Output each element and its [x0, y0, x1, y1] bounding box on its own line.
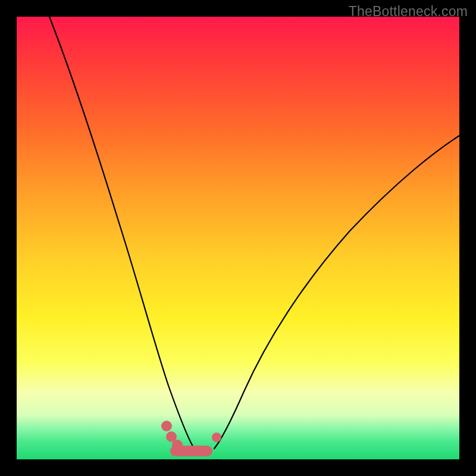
chart-canvas — [17, 17, 459, 459]
bottleneck-curve-right — [214, 136, 459, 449]
marker-dot — [212, 433, 221, 442]
bottleneck-curve-left — [49, 17, 193, 446]
marker-dot — [161, 421, 172, 431]
watermark-text: TheBottleneck.com — [349, 4, 468, 20]
bottleneck-plot — [17, 17, 459, 459]
marker-dot — [172, 440, 183, 450]
curve-group — [49, 17, 459, 449]
